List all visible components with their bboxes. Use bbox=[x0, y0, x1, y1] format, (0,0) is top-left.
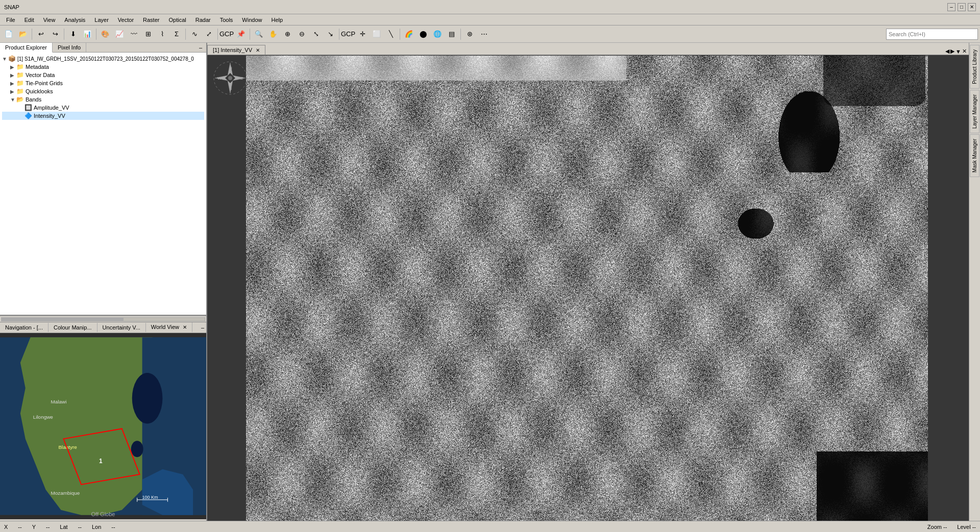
range-finder-button[interactable]: 🔍 bbox=[252, 28, 265, 41]
scrollbar-track[interactable] bbox=[1, 317, 205, 321]
tab-world-view[interactable]: World View ✕ bbox=[146, 322, 192, 333]
svg-text:S: S bbox=[229, 86, 232, 91]
right-side-panels: Product Library Layer Manager Mask Manag… bbox=[969, 43, 980, 521]
menu-tools[interactable]: Tools bbox=[216, 16, 237, 24]
layer-mgr-button[interactable]: ▤ bbox=[445, 28, 458, 41]
tab-pixel-info[interactable]: Pixel Info bbox=[53, 43, 86, 52]
profile-button[interactable]: ⌇ bbox=[156, 28, 169, 41]
bottom-panel: Navigation - [... Colour Manip... Uncert… bbox=[0, 322, 206, 521]
tab-uncertainty[interactable]: Uncertainty V... bbox=[97, 323, 146, 332]
menu-layer[interactable]: Layer bbox=[90, 16, 113, 24]
product-library-panel[interactable]: Product Library bbox=[970, 45, 979, 89]
zoom-in-button[interactable]: ⊕ bbox=[281, 28, 294, 41]
navigation-compass[interactable]: N S W E bbox=[212, 60, 248, 96]
menu-vector[interactable]: Vector bbox=[114, 16, 138, 24]
add-pin-button[interactable]: ✛ bbox=[356, 28, 369, 41]
tab-nav-list[interactable]: ▼ bbox=[955, 48, 961, 55]
tree-tie-point[interactable]: ▶ 📁 Tie-Point Grids bbox=[2, 79, 204, 87]
mask-button[interactable]: ⬤ bbox=[416, 28, 430, 41]
product-explorer-tabs: Product Explorer Pixel Info – bbox=[0, 43, 206, 53]
mask-manager-panel[interactable]: Mask Manager bbox=[970, 134, 979, 177]
undo-button[interactable]: ↩ bbox=[34, 28, 47, 41]
tree-amplitude-vv[interactable]: 🔲 Amplitude_VV bbox=[2, 104, 204, 112]
tab-nav-close[interactable]: ✕ bbox=[962, 48, 967, 55]
svg-text:1: 1 bbox=[99, 458, 103, 465]
statistics-button[interactable]: Σ bbox=[170, 28, 183, 41]
zoom-out-button[interactable]: ⊖ bbox=[295, 28, 308, 41]
tab-nav-prev[interactable]: ◀ bbox=[945, 48, 949, 55]
world-view-tab-close[interactable]: ✕ bbox=[183, 324, 187, 330]
redo-button[interactable]: ↪ bbox=[48, 28, 62, 41]
pin-manager-button[interactable]: 📌 bbox=[234, 28, 248, 41]
bands-folder-icon: 📂 bbox=[16, 96, 24, 103]
menu-window[interactable]: Window bbox=[238, 16, 266, 24]
zoom-1-button[interactable]: ↘ bbox=[324, 28, 337, 41]
menu-edit[interactable]: Edit bbox=[20, 16, 38, 24]
tree-root-item[interactable]: ▼ 📦 [1] S1A_IW_GRDH_1SSV_20150122T030723… bbox=[2, 55, 204, 63]
tab-navigation[interactable]: Navigation - [... bbox=[0, 323, 48, 332]
right-content: [1] Intensity_VV ✕ ◀ ▶ ▼ ✕ bbox=[207, 43, 969, 521]
tree-intensity-vv[interactable]: 🔷 Intensity_VV bbox=[2, 112, 204, 120]
image-tab-close[interactable]: ✕ bbox=[256, 47, 260, 53]
panel-minimize-button[interactable]: – bbox=[197, 44, 204, 50]
import-button[interactable]: ⬇ bbox=[66, 28, 80, 41]
toolbar-search-container bbox=[886, 29, 978, 40]
image-canvas[interactable]: N S W E bbox=[207, 55, 969, 521]
menu-view[interactable]: View bbox=[39, 16, 60, 24]
tab-colour-manip[interactable]: Colour Manip... bbox=[48, 323, 97, 332]
minimize-button[interactable]: – bbox=[947, 3, 955, 11]
tab-nav-next[interactable]: ▶ bbox=[950, 48, 954, 55]
scatter-button[interactable]: ⊞ bbox=[141, 28, 155, 41]
panel-controls: – bbox=[197, 44, 206, 50]
tab-product-explorer[interactable]: Product Explorer bbox=[0, 43, 53, 53]
maximize-button[interactable]: □ bbox=[958, 3, 966, 11]
select-line-button[interactable]: ╲ bbox=[384, 28, 398, 41]
search-input[interactable] bbox=[886, 29, 978, 40]
bottom-panel-tabs: Navigation - [... Colour Manip... Uncert… bbox=[0, 322, 206, 333]
colour-manip-button[interactable]: 🌈 bbox=[402, 28, 415, 41]
menu-file[interactable]: File bbox=[2, 16, 19, 24]
menu-radar[interactable]: Radar bbox=[191, 16, 215, 24]
tree-bands[interactable]: ▼ 📂 Bands bbox=[2, 95, 204, 104]
histogram-button[interactable]: 📈 bbox=[113, 28, 126, 41]
spectrum-button[interactable]: 〰 bbox=[127, 28, 140, 41]
snap-button[interactable]: ⊛ bbox=[463, 28, 476, 41]
world-view-button[interactable]: 🌐 bbox=[431, 28, 444, 41]
toolbar-separator-9 bbox=[460, 29, 461, 40]
menu-help[interactable]: Help bbox=[267, 16, 287, 24]
tree-vector-data[interactable]: ▶ 📁 Vector Data bbox=[2, 71, 204, 79]
gcp-manager-button[interactable]: GCP bbox=[220, 28, 233, 41]
tree-metadata[interactable]: ▶ 📁 Metadata bbox=[2, 63, 204, 71]
toolbar: 📄 📂 ↩ ↪ ⬇ 📊 🎨 📈 〰 ⊞ ⌇ Σ ∿ ⤢ GCP 📌 🔍 ✋ ⊕ … bbox=[0, 26, 980, 43]
extra-button[interactable]: ⋯ bbox=[477, 28, 491, 41]
x-label: X bbox=[4, 524, 8, 530]
band-math-button[interactable]: ∿ bbox=[188, 28, 201, 41]
scrollbar-thumb[interactable] bbox=[2, 318, 124, 321]
layer-manager-panel[interactable]: Layer Manager bbox=[970, 90, 979, 133]
select-rect-button[interactable]: ⬜ bbox=[370, 28, 383, 41]
tree-quicklooks[interactable]: ▶ 📁 Quicklooks bbox=[2, 87, 204, 95]
app-title: SNAP bbox=[4, 4, 19, 10]
gcp-button[interactable]: GCP bbox=[341, 28, 355, 41]
image-tab-intensity[interactable]: [1] Intensity_VV ✕ bbox=[207, 45, 265, 55]
export-button[interactable]: 📊 bbox=[81, 28, 94, 41]
status-bar: X -- Y -- Lat -- Lon -- Zoom -- Level -- bbox=[0, 521, 980, 532]
menu-analysis[interactable]: Analysis bbox=[60, 16, 89, 24]
bottom-panel-minimize[interactable]: – bbox=[201, 324, 204, 331]
new-button[interactable]: 📄 bbox=[2, 28, 15, 41]
main-layout: Product Explorer Pixel Info – ▼ 📦 [1] S1… bbox=[0, 43, 980, 521]
svg-point-3 bbox=[131, 441, 143, 457]
zoom-fit-button[interactable]: ⤡ bbox=[309, 28, 323, 41]
horizontal-scrollbar[interactable] bbox=[0, 316, 206, 322]
expand-root-icon: ▼ bbox=[2, 56, 8, 62]
menu-raster[interactable]: Raster bbox=[139, 16, 163, 24]
open-button[interactable]: 📂 bbox=[16, 28, 30, 41]
colour-button[interactable]: 🎨 bbox=[99, 28, 112, 41]
expand-metadata-icon: ▶ bbox=[10, 64, 16, 70]
close-button[interactable]: ✕ bbox=[968, 3, 976, 11]
menu-optical[interactable]: Optical bbox=[164, 16, 190, 24]
pan-button[interactable]: ✋ bbox=[266, 28, 280, 41]
svg-text:Mozambique: Mozambique bbox=[51, 490, 80, 496]
warp-button[interactable]: ⤢ bbox=[202, 28, 215, 41]
expand-bands-icon: ▼ bbox=[10, 97, 16, 103]
